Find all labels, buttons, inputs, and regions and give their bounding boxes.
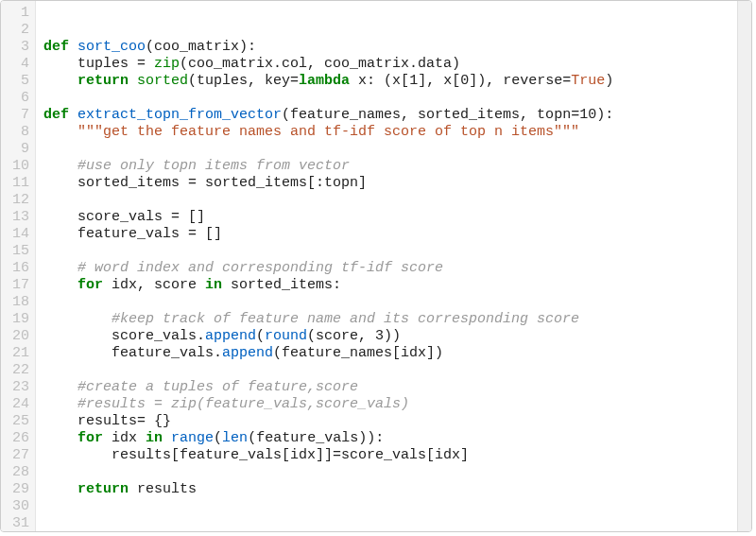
code-editor: 1234567891011121314151617181920212223242… — [0, 0, 752, 532]
line-number: 3 — [5, 39, 29, 56]
line-number: 20 — [5, 328, 29, 345]
line-number-gutter: 1234567891011121314151617181920212223242… — [1, 1, 36, 531]
line-number: 6 — [5, 90, 29, 107]
code-line — [43, 294, 730, 311]
code-line: tuples = zip(coo_matrix.col, coo_matrix.… — [43, 56, 730, 73]
code-line: #use only topn items from vector — [43, 158, 730, 175]
line-number: 25 — [5, 413, 29, 430]
code-line: results[feature_vals[idx]]=score_vals[id… — [43, 447, 730, 464]
line-number: 8 — [5, 124, 29, 141]
line-number: 2 — [5, 22, 29, 39]
code-line — [43, 192, 730, 209]
line-number: 12 — [5, 192, 29, 209]
code-line — [43, 515, 730, 531]
code-line: return results — [43, 481, 730, 498]
line-number: 27 — [5, 447, 29, 464]
line-number: 22 — [5, 362, 29, 379]
code-line — [43, 498, 730, 515]
code-line: feature_vals = [] — [43, 226, 730, 243]
code-area[interactable]: def sort_coo(coo_matrix): tuples = zip(c… — [36, 1, 737, 531]
code-line — [43, 362, 730, 379]
line-number: 24 — [5, 396, 29, 413]
line-number: 31 — [5, 515, 29, 532]
line-number: 28 — [5, 464, 29, 481]
line-number: 4 — [5, 56, 29, 73]
code-line: sorted_items = sorted_items[:topn] — [43, 175, 730, 192]
code-line: def sort_coo(coo_matrix): — [43, 39, 730, 56]
line-number: 7 — [5, 107, 29, 124]
line-number: 23 — [5, 379, 29, 396]
line-number: 13 — [5, 209, 29, 226]
code-line: def extract_topn_from_vector(feature_nam… — [43, 107, 730, 124]
code-line — [43, 90, 730, 107]
code-line — [43, 22, 730, 39]
line-number: 9 — [5, 141, 29, 158]
code-line: results= {} — [43, 413, 730, 430]
code-line: #results = zip(feature_vals,score_vals) — [43, 396, 730, 413]
code-line: #create a tuples of feature,score — [43, 379, 730, 396]
line-number: 16 — [5, 260, 29, 277]
line-number: 10 — [5, 158, 29, 175]
code-line — [43, 5, 730, 22]
code-line — [43, 464, 730, 481]
line-number: 26 — [5, 430, 29, 447]
code-line: #keep track of feature name and its corr… — [43, 311, 730, 328]
code-line: score_vals = [] — [43, 209, 730, 226]
line-number: 17 — [5, 277, 29, 294]
line-number: 19 — [5, 311, 29, 328]
line-number: 1 — [5, 5, 29, 22]
code-line: return sorted(tuples, key=lambda x: (x[1… — [43, 73, 730, 90]
line-number: 30 — [5, 498, 29, 515]
code-line: """get the feature names and tf-idf scor… — [43, 124, 730, 141]
line-number: 29 — [5, 481, 29, 498]
line-number: 5 — [5, 73, 29, 90]
code-line: feature_vals.append(feature_names[idx]) — [43, 345, 730, 362]
code-line — [43, 243, 730, 260]
line-number: 18 — [5, 294, 29, 311]
line-number: 14 — [5, 226, 29, 243]
line-number: 15 — [5, 243, 29, 260]
line-number: 21 — [5, 345, 29, 362]
code-line: score_vals.append(round(score, 3)) — [43, 328, 730, 345]
code-line: # word index and corresponding tf-idf sc… — [43, 260, 730, 277]
line-number: 11 — [5, 175, 29, 192]
scrollbar[interactable] — [737, 1, 751, 531]
code-line: for idx, score in sorted_items: — [43, 277, 730, 294]
code-line — [43, 141, 730, 158]
code-line: for idx in range(len(feature_vals)): — [43, 430, 730, 447]
